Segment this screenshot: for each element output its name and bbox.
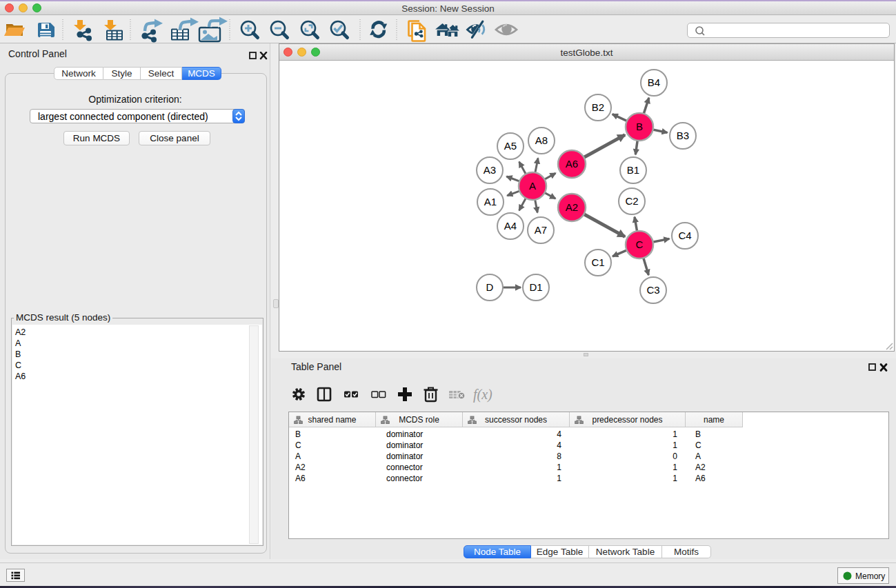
svg-text:A4: A4: [504, 220, 517, 232]
svg-text:B1: B1: [627, 164, 639, 176]
svg-text:A3: A3: [484, 164, 496, 176]
svg-text:A6: A6: [566, 158, 578, 170]
svg-text:A7: A7: [535, 224, 547, 236]
svg-text:C2: C2: [625, 195, 638, 207]
svg-text:A2: A2: [566, 201, 578, 213]
svg-text:B2: B2: [592, 101, 604, 113]
svg-text:A: A: [529, 180, 536, 192]
svg-text:C4: C4: [678, 230, 691, 241]
svg-text:C3: C3: [646, 284, 659, 296]
svg-text:A5: A5: [504, 140, 517, 152]
svg-text:D: D: [486, 281, 494, 293]
svg-text:B: B: [636, 121, 643, 132]
svg-text:C: C: [636, 239, 644, 250]
svg-text:B4: B4: [648, 77, 660, 88]
svg-text:f(x): f(x): [473, 387, 492, 403]
svg-text:A1: A1: [484, 196, 497, 207]
svg-text:A8: A8: [535, 134, 548, 146]
svg-text:C1: C1: [591, 256, 604, 268]
svg-text:B3: B3: [677, 130, 689, 141]
svg-text:D1: D1: [529, 281, 542, 293]
